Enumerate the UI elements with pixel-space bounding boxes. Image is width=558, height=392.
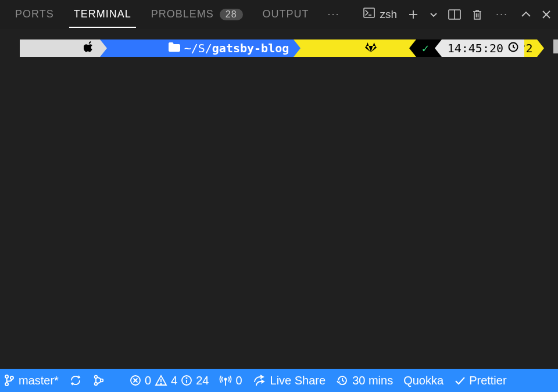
- branch-icon: [3, 374, 15, 387]
- maximize-panel-button[interactable]: [521, 10, 531, 19]
- clock-icon: [508, 41, 518, 55]
- status-prettier[interactable]: Prettier: [454, 374, 506, 387]
- problems-count-badge: 28: [220, 9, 243, 20]
- status-branch-name: master*: [19, 374, 59, 387]
- status-remote-port[interactable]: 0: [219, 374, 242, 387]
- status-errors-count: 0: [145, 374, 151, 387]
- status-info-count: 24: [196, 374, 209, 387]
- svg-point-19: [101, 379, 103, 382]
- status-timer[interactable]: 30 mins: [336, 374, 393, 387]
- status-timer-value: 30 mins: [352, 374, 393, 387]
- tab-output[interactable]: OUTPUT: [255, 3, 317, 25]
- status-live-share[interactable]: Live Share: [253, 374, 326, 387]
- status-warnings-count: 4: [171, 374, 177, 387]
- svg-rect-0: [364, 8, 374, 17]
- status-source-graph[interactable]: [92, 374, 105, 387]
- gitlab-icon: [309, 22, 376, 74]
- svg-point-27: [187, 377, 187, 378]
- live-share-icon: [253, 374, 267, 387]
- svg-point-16: [10, 376, 13, 379]
- error-icon: [130, 375, 141, 386]
- status-live-share-label: Live Share: [270, 374, 326, 387]
- tabs-overflow-menu[interactable]: ···: [321, 8, 347, 20]
- check-icon: [454, 375, 466, 386]
- terminal-more-actions[interactable]: ···: [493, 8, 510, 20]
- terminal-profile-name: zsh: [380, 8, 397, 21]
- segment-separator: [100, 39, 107, 57]
- terminal-profile-selector[interactable]: zsh: [363, 8, 397, 21]
- status-ports-count: 0: [235, 374, 242, 387]
- clock-time: 14:45:20: [448, 41, 503, 55]
- status-quokka-label: Quokka: [403, 374, 443, 387]
- terminal-cursor: [553, 39, 558, 53]
- tab-problems-label: PROBLEMS: [151, 8, 214, 20]
- kill-terminal-button[interactable]: [471, 9, 483, 20]
- tab-terminal-label: TERMINAL: [74, 8, 131, 20]
- status-git-branch[interactable]: master*: [3, 374, 59, 387]
- tab-output-label: OUTPUT: [263, 8, 309, 20]
- history-icon: [336, 374, 349, 387]
- segment-separator: [435, 39, 442, 57]
- svg-point-28: [225, 378, 227, 380]
- status-problems[interactable]: 0 4 24: [130, 374, 209, 387]
- svg-point-15: [5, 383, 8, 386]
- status-prettier-label: Prettier: [469, 374, 506, 387]
- new-terminal-dropdown[interactable]: [430, 10, 438, 19]
- status-quokka[interactable]: Quokka: [403, 374, 443, 387]
- svg-point-17: [95, 376, 98, 379]
- split-terminal-button[interactable]: [448, 9, 461, 20]
- sync-icon: [69, 374, 82, 387]
- os-segment: [20, 39, 100, 57]
- status-sync-button[interactable]: [69, 374, 82, 387]
- path-segment: ~/S/gatsby-blog: [107, 39, 294, 57]
- prompt-right-status: ✓ 14:45:20: [409, 39, 524, 57]
- path-dirname: gatsby-blog: [212, 39, 289, 57]
- check-icon: ✓: [422, 41, 429, 55]
- tab-ports-label: PORTS: [15, 8, 54, 20]
- svg-point-24: [160, 383, 161, 384]
- terminal-icon: [363, 8, 375, 21]
- graph-icon: [92, 374, 105, 387]
- folder-icon: [112, 22, 180, 74]
- apple-icon: [28, 22, 94, 74]
- terminal-view[interactable]: ~/S/gatsby-blog master !2 ?2: [0, 29, 558, 369]
- warning-icon: [155, 375, 167, 386]
- terminal-actions: zsh ···: [363, 8, 551, 21]
- svg-point-14: [5, 375, 8, 378]
- path-prefix: ~/S/: [184, 39, 212, 57]
- segment-separator: [294, 39, 301, 57]
- close-panel-button[interactable]: [542, 10, 551, 19]
- segment-separator: [409, 39, 416, 57]
- segment-separator: [537, 39, 544, 57]
- info-icon: [181, 375, 192, 386]
- new-terminal-button[interactable]: [407, 9, 419, 20]
- antenna-icon: [219, 374, 232, 387]
- clock-segment: 14:45:20: [442, 39, 524, 57]
- svg-point-18: [95, 383, 98, 386]
- status-bar: master* 0 4 24 0: [0, 369, 558, 392]
- exit-status-segment: ✓: [416, 39, 435, 57]
